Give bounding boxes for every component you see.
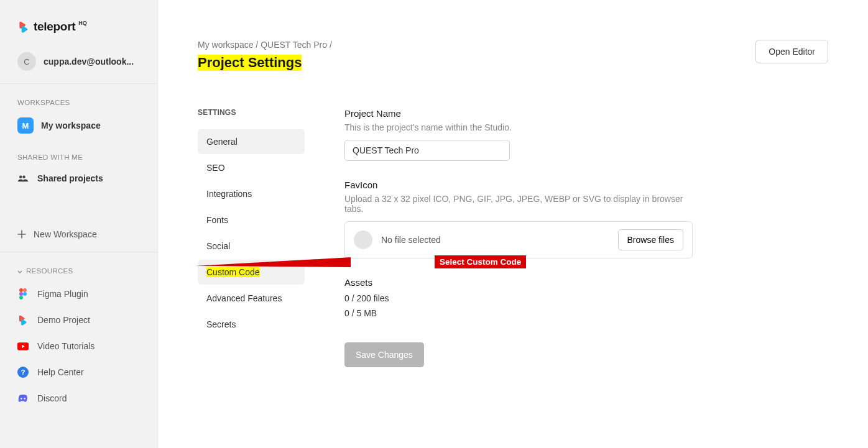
avatar: C (17, 52, 36, 71)
tab-general[interactable]: General (198, 129, 305, 154)
figma-icon (17, 288, 29, 299)
sidebar: teleport HQ C cuppa.dev@outlook... WORKS… (0, 0, 158, 448)
favicon-desc: Upload a 32 x 32 pixel ICO, PNG, GIF, JP… (344, 194, 693, 214)
resource-demo-project[interactable]: Demo Project (0, 307, 157, 333)
tab-integrations[interactable]: Integrations (198, 181, 305, 206)
page-header: My workspace / QUEST Tech Pro / Project … (198, 40, 828, 71)
teleport-small-icon (17, 314, 29, 326)
discord-icon (17, 393, 29, 404)
brand-name: teleport (34, 20, 75, 34)
tab-advanced-features[interactable]: Advanced Features (198, 286, 305, 311)
svg-point-0 (19, 176, 22, 179)
user-email: cuppa.dev@outlook... (44, 57, 134, 66)
people-icon (17, 174, 29, 183)
project-name-desc: This is the project's name within the St… (344, 122, 693, 132)
browse-files-button[interactable]: Browse files (618, 229, 683, 250)
caret-down-icon (17, 268, 22, 273)
resources-toggle[interactable]: RESOURCES (0, 252, 157, 281)
favicon-status: No file selected (381, 235, 441, 245)
tab-custom-code[interactable]: Custom Code (198, 260, 305, 285)
favicon-upload-box: No file selected Browse files (344, 221, 693, 258)
resource-figma-plugin[interactable]: Figma Plugin (0, 281, 157, 307)
tab-seo[interactable]: SEO (198, 155, 305, 180)
settings-nav-heading: SETTINGS (198, 108, 305, 117)
project-name-input[interactable] (344, 140, 510, 161)
svg-text:?: ? (21, 368, 25, 376)
workspace-badge: M (17, 117, 34, 134)
resource-label: Demo Project (37, 315, 90, 325)
resource-label: Video Tutorials (37, 341, 95, 351)
tab-social[interactable]: Social (198, 234, 305, 258)
tab-fonts[interactable]: Fonts (198, 208, 305, 232)
shared-label: SHARED WITH ME (0, 139, 157, 167)
favicon-label: FavIcon (344, 180, 693, 190)
resources-label: RESOURCES (26, 267, 73, 275)
sidebar-item-shared-projects[interactable]: Shared projects (0, 167, 157, 190)
resource-help-center[interactable]: ? Help Center (0, 359, 157, 385)
workspace-name: My workspace (41, 121, 101, 130)
shared-projects-label: Shared projects (37, 173, 103, 183)
help-icon: ? (17, 367, 29, 378)
settings-nav: SETTINGS General SEO Integrations Fonts … (198, 108, 305, 367)
settings-form: Project Name This is the project's name … (344, 108, 693, 367)
svg-point-4 (19, 292, 23, 296)
new-workspace-button[interactable]: New Workspace (0, 214, 157, 252)
sidebar-item-my-workspace[interactable]: M My workspace (0, 112, 157, 139)
user-account[interactable]: C cuppa.dev@outlook... (0, 46, 157, 84)
assets-label: Assets (344, 277, 693, 288)
tab-secrets[interactable]: Secrets (198, 312, 305, 337)
svg-point-5 (23, 292, 27, 296)
youtube-icon (17, 341, 29, 352)
resource-label: Help Center (37, 367, 84, 377)
assets-size: 0 / 5 MB (344, 306, 693, 321)
svg-point-2 (19, 288, 23, 292)
breadcrumb-workspace[interactable]: My workspace (198, 40, 253, 50)
breadcrumb[interactable]: My workspace / QUEST Tech Pro / (198, 40, 332, 50)
resource-discord[interactable]: Discord (0, 385, 157, 411)
page-title: Project Settings (198, 55, 302, 71)
svg-point-11 (24, 398, 25, 400)
resource-label: Discord (37, 393, 67, 403)
save-changes-button[interactable]: Save Changes (344, 342, 424, 367)
svg-point-6 (19, 296, 23, 299)
field-favicon: FavIcon Upload a 32 x 32 pixel ICO, PNG,… (344, 180, 693, 258)
project-name-label: Project Name (344, 108, 693, 119)
brand-logo[interactable]: teleport HQ (0, 0, 157, 46)
resource-video-tutorials[interactable]: Video Tutorials (0, 333, 157, 359)
svg-point-3 (23, 288, 27, 292)
workspaces-label: WORKSPACES (0, 84, 157, 112)
favicon-placeholder-icon (354, 231, 372, 249)
field-project-name: Project Name This is the project's name … (344, 108, 693, 161)
svg-point-1 (22, 176, 25, 179)
brand-suffix: HQ (78, 20, 87, 26)
annotation-label: Select Custom Code (435, 255, 526, 268)
field-assets: Assets 0 / 200 files 0 / 5 MB (344, 277, 693, 321)
new-workspace-label: New Workspace (34, 229, 97, 239)
plus-icon (17, 230, 26, 239)
svg-point-10 (21, 398, 22, 400)
breadcrumb-project[interactable]: QUEST Tech Pro (261, 40, 327, 50)
assets-files: 0 / 200 files (344, 291, 693, 306)
main-content: My workspace / QUEST Tech Pro / Project … (158, 0, 868, 448)
teleport-logo-icon (17, 21, 30, 33)
open-editor-button[interactable]: Open Editor (755, 40, 828, 63)
resource-label: Figma Plugin (37, 289, 88, 299)
